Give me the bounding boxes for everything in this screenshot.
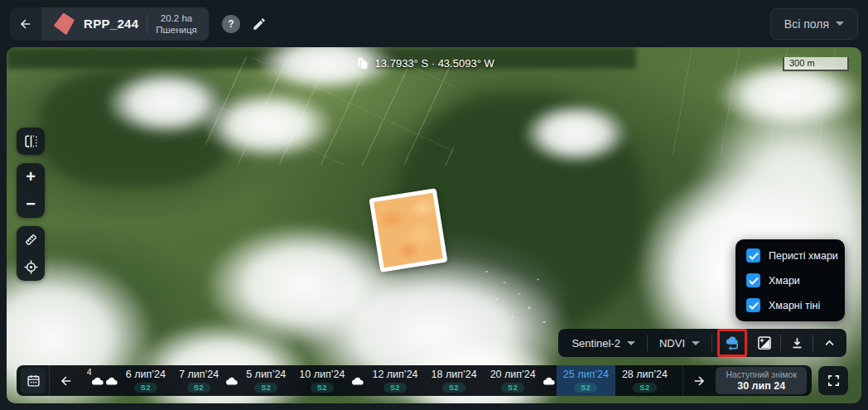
zoom-out-button[interactable]: − xyxy=(17,191,45,218)
divider xyxy=(647,335,648,351)
sensor-badge: S2 xyxy=(311,383,334,393)
next-snapshot[interactable]: Наступний знімок 30 лип 24 xyxy=(716,367,807,394)
map-cloud xyxy=(104,69,229,137)
check-icon xyxy=(749,277,759,285)
back-button[interactable] xyxy=(10,7,41,41)
checkbox-checked[interactable] xyxy=(746,248,760,263)
chevron-down-icon xyxy=(692,341,700,345)
download-icon xyxy=(790,336,804,350)
divider xyxy=(682,365,683,396)
map-cloud xyxy=(255,47,396,92)
coordinates-readout[interactable]: 13.7933° S · 43.5093° W xyxy=(357,57,494,70)
timeline-date-label: 10 лип’24 xyxy=(299,369,345,380)
timeline-date[interactable]: 10 лип’24S2 xyxy=(292,365,351,396)
fullscreen-button[interactable] xyxy=(818,366,848,395)
arrow-left-icon xyxy=(59,374,74,388)
cloud-filter-popup: Перисті хмариХмариХмарні тіні xyxy=(735,239,845,321)
field-name: RPP_244 xyxy=(84,17,138,31)
satellite-source-dropdown[interactable]: Sentinel-2 xyxy=(563,337,644,350)
scale-bar: 300 m xyxy=(783,57,849,71)
field-info-panel[interactable]: RPP_244 20.2 ha Пшениця xyxy=(41,7,209,41)
sensor-badge: S2 xyxy=(134,383,157,393)
map-canvas[interactable]: 13.7933° S · 43.5093° W 300 m + xyxy=(7,47,861,403)
timeline-date-label: 28 лип’24 xyxy=(622,369,668,380)
pencil-icon xyxy=(252,17,267,31)
checkbox-checked[interactable] xyxy=(746,298,760,312)
timeline-date[interactable]: 6 лип’24S2 xyxy=(119,365,172,396)
divider xyxy=(780,335,781,351)
timeline-cloudy-day[interactable] xyxy=(542,376,557,386)
field-polygon-ndvi[interactable] xyxy=(369,188,447,273)
locate-button[interactable] xyxy=(17,253,45,281)
zoom-in-button[interactable]: + xyxy=(17,163,45,191)
sensor-badge: S2 xyxy=(574,383,597,393)
timeline-date-label: 12 лип’24 xyxy=(372,369,417,380)
sensor-badge: S2 xyxy=(633,383,656,393)
timeline-date-label: 20 лип’24 xyxy=(490,369,536,380)
cloud-filter-option[interactable]: Хмари xyxy=(746,273,834,287)
timeline-cloudy-day[interactable] xyxy=(225,376,239,386)
cloud-sync-icon xyxy=(724,335,741,351)
checkbox-checked[interactable] xyxy=(746,273,760,287)
timeline-date-label: 5 лип’24 xyxy=(246,369,286,380)
edit-field-button[interactable] xyxy=(250,15,268,33)
timeline-date[interactable]: 12 лип’24S2 xyxy=(365,365,424,396)
measure-button[interactable] xyxy=(17,226,45,253)
cloud-layers-toggle-button[interactable] xyxy=(720,331,745,355)
contrast-adjust-button[interactable] xyxy=(752,331,777,355)
cloud-icon xyxy=(351,376,365,386)
timeline-cloudy-day[interactable] xyxy=(351,376,365,386)
fields-dropdown-label: Всі поля xyxy=(784,17,829,31)
map-forest-patch xyxy=(40,70,230,186)
cloud-filter-option[interactable]: Перисті хмари xyxy=(746,248,834,263)
scale-label: 300 m xyxy=(789,58,815,68)
calendar-icon xyxy=(27,374,41,388)
timeline-date-label: 18 лип’24 xyxy=(432,369,477,380)
check-icon xyxy=(749,301,759,310)
cloud-filter-option-label: Хмари xyxy=(769,275,800,287)
contrast-icon xyxy=(757,335,772,350)
cloud-filter-option-label: Перисті хмари xyxy=(769,250,838,262)
coordinates-text: 13.7933° S · 43.5093° W xyxy=(375,57,494,70)
divider xyxy=(49,365,50,396)
map-cloud xyxy=(204,223,403,347)
timeline-prev-button[interactable] xyxy=(53,368,78,393)
timeline-next-button[interactable] xyxy=(687,368,711,393)
help-glyph: ? xyxy=(228,18,234,30)
divider xyxy=(813,335,813,351)
help-button[interactable]: ? xyxy=(222,15,240,33)
timeline-cloudy-day[interactable] xyxy=(105,376,119,386)
timeline-date-selected[interactable]: 25 лип’24S2 xyxy=(557,365,615,396)
timeline-date[interactable]: 28 лип’24S2 xyxy=(615,365,674,396)
next-snapshot-date: 30 лип 24 xyxy=(737,380,785,392)
sensor-badge: S2 xyxy=(501,383,524,393)
calendar-button[interactable] xyxy=(21,368,46,393)
zoom-group: + − xyxy=(17,163,45,218)
timeline-date[interactable]: 5 лип’24S2 xyxy=(239,365,292,396)
fields-dropdown[interactable]: Всі поля xyxy=(770,8,858,40)
next-snapshot-label: Наступний знімок xyxy=(726,369,797,380)
timeline-date[interactable]: 18 лип’24S2 xyxy=(425,365,484,396)
chevron-down-icon xyxy=(836,22,844,26)
sensor-badge: S2 xyxy=(254,383,277,393)
layer-control-bar: Sentinel-2 NDVI xyxy=(558,329,846,357)
timeline-cloudy-day[interactable] xyxy=(91,376,105,386)
cloud-icon xyxy=(542,376,557,386)
cloud-filter-option[interactable]: Хмарні тіні xyxy=(746,298,834,312)
sensor-badge: S2 xyxy=(187,383,210,393)
collapse-panel-button[interactable] xyxy=(817,331,841,355)
timeline-date[interactable]: 7 лип’24S2 xyxy=(172,365,225,396)
zoom-in-glyph: + xyxy=(26,167,36,186)
map-cloud xyxy=(522,102,629,165)
chevron-up-icon xyxy=(823,337,836,350)
left-toolbar: + − xyxy=(17,128,45,281)
index-dropdown[interactable]: NDVI xyxy=(651,337,708,350)
index-label: NDVI xyxy=(659,337,685,350)
compare-layers-button[interactable] xyxy=(17,128,45,155)
cloud-icon xyxy=(225,376,239,386)
map-forest-strip xyxy=(7,47,636,69)
timeline-dates: 46 лип’24S27 лип’24S25 лип’24S210 лип’24… xyxy=(80,365,681,396)
map-field-grid xyxy=(205,57,454,165)
timeline-date[interactable]: 20 лип’24S2 xyxy=(484,365,542,396)
download-button[interactable] xyxy=(784,331,809,355)
